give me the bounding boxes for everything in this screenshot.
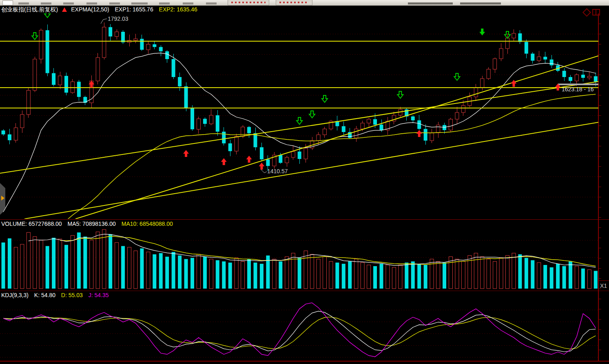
exp1-value: EXP1: 1655.76 [115,6,153,13]
kdj-k-value: K: 54.80 [34,292,55,298]
axis-scale-label: X1 [600,282,607,289]
trough-price-label: 1410.57 [267,168,288,174]
expand-arrow-icon[interactable] [1,196,4,201]
indicator-name: EXPMA(12,50) [71,6,109,13]
kdj-header: KDJ(9,3,3) K: 54.80 D: 55.03 J: 54.35 [1,292,113,298]
app-window: 创业板指(日线.前复权)EXPMA(12,50) EXP1: 1655.76 E… [0,0,609,364]
kdj-d-value: D: 55.03 [61,292,83,298]
kdj-j-value: J: 54.35 [89,292,109,298]
main-chart-header: 创业板指(日线.前复权)EXPMA(12,50) EXP1: 1655.76 E… [1,6,202,13]
volume-value: VOLUME: 65727688.00 [1,221,62,227]
exp2-value: EXP2: 1635.46 [159,6,197,13]
last-price-label: 1623.18 - 16 [562,86,594,93]
peak-price-label: 1792.03 [108,15,128,22]
split-window-icon[interactable] [592,9,600,15]
volume-header: VOLUME: 65727688.00 MA5: 70898136.00 MA1… [1,221,177,227]
chart-title: 创业板指(日线.前复权) [1,6,58,13]
chart-canvas[interactable] [0,0,609,364]
kdj-name: KDJ(9,3,3) [1,292,29,298]
up-arrow-icon [62,7,67,12]
volume-ma5-value: MA5: 70898136.00 [68,221,116,227]
volume-ma10-value: MA10: 68548088.00 [122,221,173,227]
